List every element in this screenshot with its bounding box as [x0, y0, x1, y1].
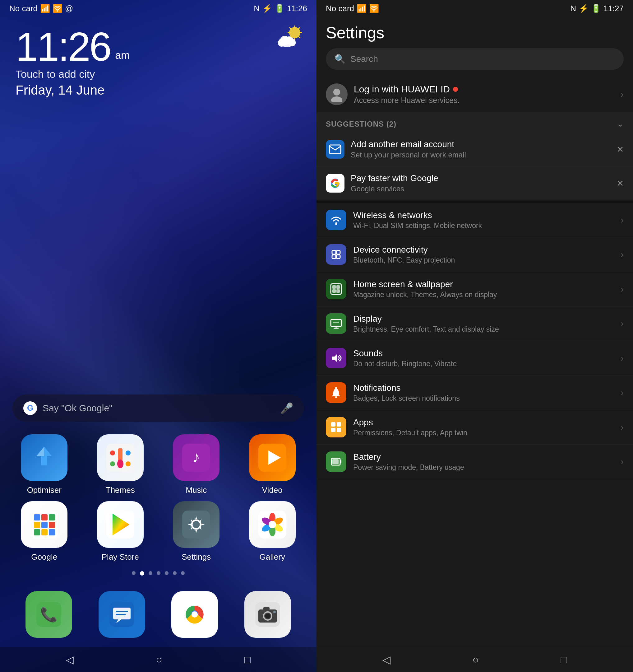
right-no-card-label: No card [326, 4, 354, 14]
recent-button-right[interactable]: □ [561, 654, 567, 666]
account-info: Log in with HUAWEI ID Access more Huawei… [354, 84, 614, 105]
settings-apps[interactable]: Apps Permissions, Default apps, App twin… [316, 410, 633, 445]
settings-header: Settings 🔍 Search [316, 17, 633, 76]
svg-rect-31 [49, 514, 55, 521]
app-settings[interactable]: Settings [161, 501, 231, 562]
svg-rect-79 [331, 284, 341, 294]
svg-point-66 [333, 89, 340, 96]
app-themes[interactable]: Themes [85, 434, 155, 495]
close-email-suggestion[interactable]: ✕ [616, 144, 624, 154]
dock-messages[interactable] [88, 591, 155, 638]
homescreen-info: Home screen & wallpaper Magazine unlock,… [353, 279, 614, 299]
dock: 📞 [0, 585, 316, 647]
settings-wireless[interactable]: Wireless & networks Wi-Fi, Dual SIM sett… [316, 203, 633, 237]
wifi-icon: 🛜 [53, 4, 62, 14]
close-google-suggestion[interactable]: ✕ [616, 178, 624, 189]
account-subtitle: Access more Huawei services. [354, 96, 614, 105]
nfc-icon: N [254, 4, 260, 14]
sounds-title: Sounds [353, 349, 614, 358]
settings-connectivity[interactable]: Device connectivity Bluetooth, NFC, Easy… [316, 237, 633, 272]
svg-rect-72 [336, 250, 340, 254]
playstore-label: Play Store [102, 552, 139, 562]
svg-point-20 [110, 451, 115, 455]
back-button-right[interactable]: ◁ [382, 653, 390, 666]
clock-time-display: 11:26am [16, 26, 301, 67]
right-wifi-icon: 🛜 [369, 4, 379, 14]
huawei-account-item[interactable]: Log in with HUAWEI ID Access more Huawei… [316, 76, 633, 113]
recent-button-left[interactable]: □ [244, 654, 251, 666]
settings-homescreen[interactable]: Home screen & wallpaper Magazine unlock,… [316, 272, 633, 307]
settings-notifications[interactable]: Notifications Badges, Lock screen notifi… [316, 376, 633, 410]
svg-point-63 [265, 614, 270, 619]
video-icon [249, 434, 296, 481]
clock-time: 11:26 [16, 24, 110, 69]
suggestion-email-info: Add another email account Set up your pe… [351, 139, 610, 159]
dot-1 [132, 571, 135, 575]
battery-settings-icon [326, 451, 346, 472]
right-bluetooth-icon: ⚡ [579, 4, 588, 14]
settings-display[interactable]: Display Brightness, Eye comfort, Text an… [316, 307, 633, 341]
dock-camera[interactable] [234, 591, 301, 638]
svg-rect-19 [119, 462, 122, 466]
suggestion-email-subtitle: Set up your personal or work email [351, 150, 610, 159]
app-google[interactable]: Google [9, 501, 79, 562]
clock-ampm: am [115, 49, 130, 61]
mic-icon[interactable]: 🎤 [280, 402, 293, 414]
notification-dot [453, 87, 458, 92]
messages-icon [99, 591, 145, 638]
app-music[interactable]: ♪ Music [161, 434, 231, 495]
right-status-bar: No card 📶 🛜 N ⚡ 🔋 11:27 [316, 0, 633, 17]
left-status-bar: No card 📶 🛜 @ N ⚡ 🔋 11:26 [0, 0, 316, 17]
settings-battery[interactable]: Battery Power saving mode, Battery usage… [316, 445, 633, 479]
search-icon: 🔍 [334, 54, 346, 64]
gallery-label: Gallery [260, 552, 285, 562]
svg-point-13 [285, 37, 293, 45]
notifications-icon [326, 382, 346, 403]
svg-rect-34 [49, 522, 55, 528]
app-playstore[interactable]: Play Store [85, 501, 155, 562]
google-suggestion-icon [326, 174, 345, 193]
display-icon [326, 313, 346, 334]
svg-rect-83 [336, 289, 340, 293]
account-title: Log in with HUAWEI ID [354, 84, 614, 95]
app-optimiser[interactable]: Optimiser [9, 434, 79, 495]
app-gallery[interactable]: Gallery [237, 501, 307, 562]
settings-sounds[interactable]: Sounds Do not disturb, Ringtone, Vibrate… [316, 341, 633, 376]
svg-rect-96 [332, 459, 338, 464]
video-label: Video [262, 485, 283, 495]
homescreen-chevron: › [621, 284, 624, 294]
suggestion-email[interactable]: Add another email account Set up your pe… [316, 133, 633, 166]
google-search-bar[interactable]: G Say "Ok Google" 🎤 [12, 394, 304, 422]
svg-rect-40 [182, 510, 210, 538]
svg-text:G: G [27, 403, 33, 412]
wireless-icon [326, 210, 346, 230]
settings-screen: No card 📶 🛜 N ⚡ 🔋 11:27 Settings 🔍 Searc… [316, 0, 633, 672]
home-button-right[interactable]: ○ [472, 654, 479, 666]
app-video[interactable]: Video [237, 434, 307, 495]
wireless-info: Wireless & networks Wi-Fi, Dual SIM sett… [353, 210, 614, 230]
nav-bar-left: ◁ ○ □ [0, 647, 316, 672]
svg-rect-71 [332, 250, 336, 254]
battery-chevron: › [621, 456, 624, 467]
back-button-left[interactable]: ◁ [66, 653, 74, 666]
dot-5 [165, 571, 169, 575]
homescreen-icon [326, 279, 346, 299]
suggestion-google-title: Pay faster with Google [351, 173, 610, 183]
svg-rect-35 [34, 529, 40, 535]
home-button-left[interactable]: ○ [156, 654, 162, 666]
svg-rect-53 [113, 607, 131, 619]
at-icon: @ [65, 4, 73, 14]
notifications-chevron: › [621, 387, 624, 398]
settings-search-bar[interactable]: 🔍 Search [326, 48, 624, 70]
chevron-down-icon: ⌄ [617, 119, 624, 129]
right-nfc-icon: N [570, 4, 576, 14]
signal-icon: 📶 [40, 4, 50, 14]
dock-phone[interactable]: 📞 [16, 591, 82, 638]
svg-rect-30 [41, 514, 48, 521]
suggestions-header[interactable]: SUGGESTIONS (2) ⌄ [316, 113, 633, 133]
no-card-label: No card [9, 4, 37, 14]
battery-info: Battery Power saving mode, Battery usage [353, 452, 614, 472]
battery-title: Battery [353, 452, 614, 462]
dock-chrome[interactable] [161, 591, 228, 638]
suggestion-google[interactable]: Pay faster with Google Google services ✕ [316, 166, 633, 200]
